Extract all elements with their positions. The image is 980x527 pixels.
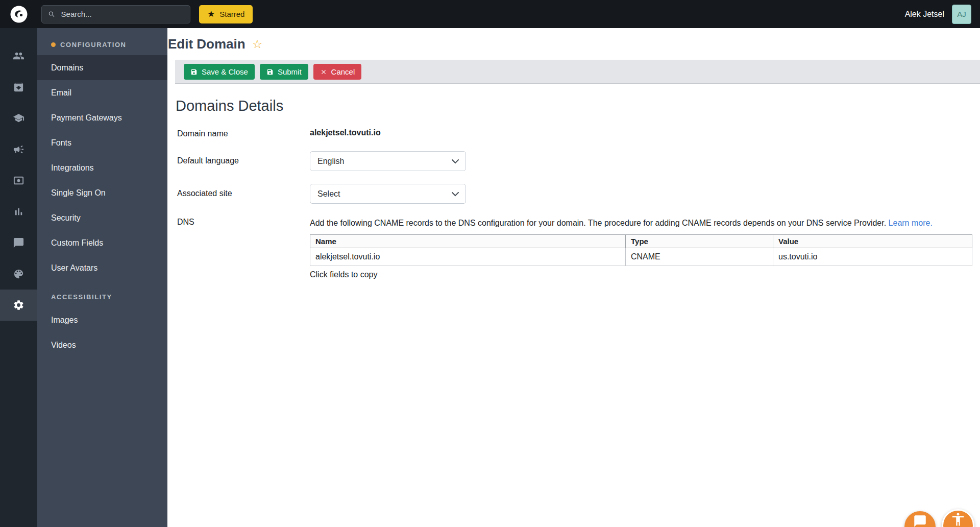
favorite-star-icon[interactable]: ☆ — [252, 38, 263, 50]
user-name: Alek Jetsel — [905, 10, 944, 19]
sidebar-section-accessibility: ACCESSIBILITY — [37, 280, 167, 307]
table-row: alekjetsel.tovuti.io CNAME us.tovuti.io — [310, 248, 972, 266]
section-dot-icon — [51, 42, 56, 47]
chevron-down-icon — [452, 192, 459, 197]
submit-label: Submit — [278, 67, 302, 76]
rail-item-media[interactable] — [0, 165, 37, 196]
save-close-label: Save & Close — [202, 67, 248, 76]
associated-site-row: Associated site Select — [177, 184, 980, 204]
starred-button[interactable]: ★ Starred — [199, 5, 253, 23]
users-icon — [13, 50, 24, 62]
rail-item-library[interactable] — [0, 71, 37, 103]
close-icon — [320, 68, 327, 76]
app-logo-icon[interactable] — [10, 5, 28, 23]
cancel-button[interactable]: Cancel — [313, 64, 362, 80]
starred-label: Starred — [219, 10, 244, 18]
rail-item-design[interactable] — [0, 258, 37, 290]
sidebar-item-user-avatars[interactable]: User Avatars — [37, 255, 167, 280]
page-title: Edit Domain — [168, 36, 246, 52]
icon-rail — [0, 28, 37, 527]
dns-type-cell[interactable]: CNAME — [626, 248, 773, 266]
submit-button[interactable]: Submit — [260, 64, 308, 80]
domain-name-label: Domain name — [177, 128, 310, 138]
header-type: Type — [626, 234, 773, 248]
sidebar-item-custom-fields[interactable]: Custom Fields — [37, 230, 167, 255]
dns-value-cell[interactable]: us.tovuti.io — [773, 248, 972, 266]
sidebar-item-images[interactable]: Images — [37, 307, 167, 332]
chart-icon — [13, 206, 24, 218]
dns-help-body: Add the following CNAME records to the D… — [310, 219, 886, 227]
default-language-value: English — [317, 157, 344, 166]
header-value: Value — [773, 234, 972, 248]
cancel-label: Cancel — [331, 67, 355, 76]
dns-records-table: Name Type Value alekjetsel.tovuti.io CNA… — [310, 234, 972, 266]
default-language-label: Default language — [177, 151, 310, 165]
header-name: Name — [310, 234, 626, 248]
graduation-cap-icon — [13, 112, 24, 124]
sidebar-item-single-sign-on[interactable]: Single Sign On — [37, 180, 167, 205]
search-input[interactable] — [60, 9, 184, 19]
media-icon — [13, 175, 24, 186]
rail-item-users[interactable] — [0, 40, 37, 71]
associated-site-label: Associated site — [177, 184, 310, 198]
sidebar-item-fonts[interactable]: Fonts — [37, 130, 167, 155]
library-icon — [13, 81, 24, 93]
table-header-row: Name Type Value — [310, 234, 972, 248]
default-language-row: Default language English — [177, 151, 980, 171]
search-box[interactable] — [41, 5, 190, 23]
dns-help-text: Add the following CNAME records to the D… — [310, 218, 972, 229]
domain-name-row: Domain name alekjetsel.tovuti.io — [177, 128, 980, 138]
sidebar: CONFIGURATION Domains Email Payment Gate… — [37, 28, 167, 527]
associated-site-value: Select — [317, 189, 340, 199]
topbar: ★ Starred Alek Jetsel AJ — [0, 0, 980, 28]
action-toolbar: Save & Close Submit Cancel — [175, 60, 980, 84]
dns-row: DNS Add the following CNAME records to t… — [177, 217, 980, 279]
avatar[interactable]: AJ — [952, 5, 971, 24]
rail-item-settings[interactable] — [0, 290, 37, 321]
rail-item-courses[interactable] — [0, 103, 37, 134]
sidebar-item-videos[interactable]: Videos — [37, 332, 167, 357]
copy-hint: Click fields to copy — [310, 270, 972, 279]
main-content: Edit Domain ☆ Save & Close Submit Cancel… — [167, 28, 980, 527]
star-filled-icon: ★ — [207, 10, 215, 18]
sidebar-section-configuration: CONFIGURATION — [37, 28, 167, 55]
palette-icon — [13, 268, 24, 280]
section-title: ACCESSIBILITY — [51, 293, 112, 301]
rail-item-marketing[interactable] — [0, 134, 37, 165]
chat-icon — [13, 237, 24, 249]
chevron-down-icon — [452, 159, 459, 164]
gear-icon — [13, 299, 24, 311]
rail-item-messages[interactable] — [0, 227, 37, 258]
rail-item-reports[interactable] — [0, 196, 37, 227]
save-icon — [190, 68, 198, 76]
sidebar-item-integrations[interactable]: Integrations — [37, 155, 167, 180]
chat-bubble-icon — [913, 514, 927, 527]
sidebar-item-domains[interactable]: Domains — [37, 55, 167, 80]
save-icon — [266, 68, 274, 76]
associated-site-select[interactable]: Select — [310, 184, 466, 204]
default-language-select[interactable]: English — [310, 151, 466, 171]
domain-form: Domain name alekjetsel.tovuti.io Default… — [177, 128, 980, 279]
domain-name-value: alekjetsel.tovuti.io — [310, 128, 381, 137]
accessibility-icon — [950, 512, 966, 527]
sidebar-item-email[interactable]: Email — [37, 80, 167, 105]
search-icon — [48, 10, 56, 18]
megaphone-icon — [13, 143, 24, 155]
learn-more-link[interactable]: Learn more. — [889, 219, 933, 227]
page-header: Edit Domain ☆ — [167, 28, 980, 60]
section-title: Domains Details — [176, 98, 980, 114]
dns-name-cell[interactable]: alekjetsel.tovuti.io — [310, 248, 626, 266]
save-close-button[interactable]: Save & Close — [184, 64, 255, 80]
dns-label: DNS — [177, 217, 310, 227]
dns-block: Add the following CNAME records to the D… — [310, 217, 972, 279]
sidebar-item-security[interactable]: Security — [37, 205, 167, 230]
section-title: CONFIGURATION — [60, 41, 127, 49]
sidebar-item-payment-gateways[interactable]: Payment Gateways — [37, 105, 167, 130]
